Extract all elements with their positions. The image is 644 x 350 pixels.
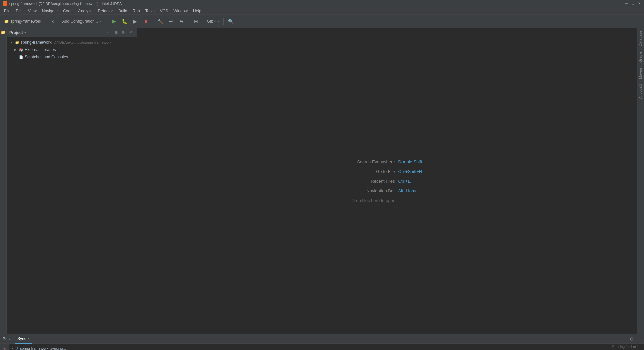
navigation-bar-hint: Navigation Bar Alt+Home [352,188,422,193]
sync-scrolling-btn[interactable]: ⇔ [105,29,112,36]
project-structure-btn[interactable]: ⊞ [191,17,201,26]
build-panel-header: Build: Sync × ⚙ ─ [0,334,644,344]
toolbar: 📁 spring-framework ‹ Add Configuration..… [0,15,644,28]
build-tab-close-icon[interactable]: × [28,337,30,340]
toolbar-separator-5 [203,18,203,25]
scratch-label: Scratches and Consoles [25,55,68,59]
git-check2-icon[interactable]: ✓ [218,19,221,24]
build-left-icons: ■ ⏹ ≡ 📌 [0,344,9,350]
app-icon [3,1,7,6]
project-icon: 📁 [4,19,9,24]
root-build-arrow: ▾ [12,347,14,350]
minimize-button[interactable]: ─ [624,1,629,6]
menu-navigate[interactable]: Navigate [39,7,60,15]
project-dropdown-icon[interactable]: ▾ [24,31,26,34]
debug-btn[interactable]: 🐛 [120,17,129,26]
tree-item-external-libraries[interactable]: ▶ 📚 External Libraries [7,46,137,53]
search-everywhere-label: Search Everywhere [352,159,395,164]
build-content: ■ ⏹ ≡ 📌 ▾ ↺ spring-framework: syncing...… [0,344,644,350]
menu-file[interactable]: File [1,7,13,15]
window-title: spring-framework [D:\IDEA\exgithub\sprin… [9,2,624,6]
scratch-arrow-icon [13,55,17,59]
bottom-panel: Build: Sync × ⚙ ─ ■ ⏹ ≡ 📌 ▾ ↺ spring-fra… [0,334,644,350]
recent-files-label: Recent Files [352,179,395,184]
drop-files-label: Drop files here to open [352,198,396,203]
hide-panel-btn[interactable]: ✕ [127,29,134,36]
toolbar-project-name: spring-framework [10,19,41,24]
build-tab-sync-label: Sync [17,336,26,341]
ext-lib-label: External Libraries [25,47,56,52]
git-section: Git: ✓ ✓ [207,19,221,24]
build-tree-wrapper: ▾ ↺ spring-framework: syncing... ✓ Start… [9,344,571,350]
goto-file-shortcut: Ctrl+Shift+N [398,169,422,174]
build-btn[interactable]: 🔨 [156,17,165,26]
build-item-root[interactable]: ▾ ↺ spring-framework: syncing... [9,345,571,350]
search-everywhere-btn[interactable]: 🔍 [226,17,235,26]
project-panel-actions: ⇔ ⊟ ⚙ ✕ [105,29,134,36]
recent-files-shortcut: Ctrl+E [398,179,411,184]
toolbar-separator-2 [107,18,107,25]
ext-lib-icon: 📚 [18,47,24,52]
menu-view[interactable]: View [25,7,39,15]
menu-edit[interactable]: Edit [13,7,25,15]
right-tab-ant-build[interactable]: Ant build [637,82,644,102]
navigation-bar-shortcut: Alt+Home [398,188,418,193]
add-config-dropdown-icon: ▾ [99,20,101,23]
goto-file-hint: Go to File Ctrl+Shift+N [352,169,422,174]
build-hide-icon[interactable]: ─ [638,336,641,342]
add-configuration-button[interactable]: Add Configuration... ▾ [59,17,104,26]
build-rerun-icon[interactable]: ■ [1,345,8,350]
undo-btn[interactable]: ↩ [166,17,176,26]
tree-item-root[interactable]: ▾ 📁 spring-framework D:\IDEA\exgithub\sp… [7,39,137,46]
settings-btn[interactable]: ⚙ [120,29,127,36]
stop-btn[interactable]: ■ [141,17,151,26]
project-panel: Project ▾ ⇔ ⊟ ⚙ ✕ ▾ 📁 spring-framework D… [7,28,137,334]
menu-window[interactable]: Window [171,7,190,15]
drop-files-hint: Drop files here to open [352,198,422,203]
editor-area: Search Everywhere Double Shift Go to Fil… [137,28,637,334]
sidebar-project-icon[interactable]: 📁 [0,29,6,35]
toolbar-separator-1 [46,18,46,25]
toolbar-separator-4 [189,18,189,25]
build-settings-icon[interactable]: ⚙ [630,336,634,342]
menu-run[interactable]: Run [130,7,143,15]
goto-file-label: Go to File [352,169,395,174]
run-with-coverage-btn[interactable]: ▶ [131,17,140,26]
right-tab-database[interactable]: Database [637,28,644,49]
git-check-icon[interactable]: ✓ [214,19,217,24]
root-path: D:\IDEA\exgithub\spring-framework [54,40,111,44]
menu-refactor[interactable]: Refactor [95,7,116,15]
project-panel-header: Project ▾ ⇔ ⊟ ⚙ ✕ [7,28,137,37]
right-tab-gradle[interactable]: Gradle [637,49,644,65]
git-label: Git: [207,19,213,24]
navigation-bar-label: Navigation Bar [352,188,395,193]
recent-files-hint: Recent Files Ctrl+E [352,179,422,184]
menu-code[interactable]: Code [60,7,75,15]
menu-vcs[interactable]: VCS [157,7,171,15]
maximize-button[interactable]: □ [631,1,635,6]
add-config-label: Add Configuration... [62,19,98,24]
menu-tools[interactable]: Tools [143,7,157,15]
root-label: spring-framework [21,40,52,45]
project-name-btn[interactable]: 📁 spring-framework [2,17,43,26]
tree-item-scratches[interactable]: 📄 Scratches and Consoles [7,53,137,61]
redo-btn[interactable]: ↪ [177,17,186,26]
run-btn[interactable]: ▶ [109,17,119,26]
back-btn[interactable]: ‹ [48,17,58,26]
menu-build[interactable]: Build [116,7,130,15]
main-content: 📁 Project ▾ ⇔ ⊟ ⚙ ✕ ▾ 📁 spring-framework… [0,28,644,334]
project-tree: ▾ 📁 spring-framework D:\IDEA\exgithub\sp… [7,37,137,334]
search-everywhere-hint: Search Everywhere Double Shift [352,159,422,164]
collapse-all-btn[interactable]: ⊟ [113,29,119,36]
right-tab-maven[interactable]: Maven [637,65,644,82]
root-folder-icon: 📁 [14,40,20,45]
window-controls[interactable]: ─ □ ✕ [624,1,641,6]
menu-bar: File Edit View Navigate Code Analyze Ref… [0,7,644,15]
build-tab-sync[interactable]: Sync × [15,334,32,344]
toolbar-separator-6 [223,18,224,25]
build-header-label: Build: [3,337,13,341]
menu-analyze[interactable]: Analyze [75,7,95,15]
menu-help[interactable]: Help [190,7,204,15]
search-everywhere-shortcut: Double Shift [398,159,422,164]
close-button[interactable]: ✕ [637,1,641,6]
